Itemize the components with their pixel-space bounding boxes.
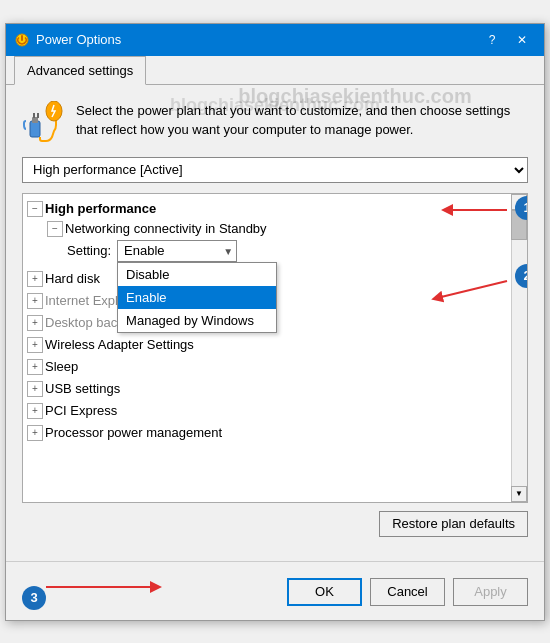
content-area: blogchiasekienthuc.com Select the power … [6,85,544,553]
arrow-3 [46,572,166,602]
cancel-button[interactable]: Cancel [370,578,445,606]
tree-item-high-performance: − High performance − Networking connecti… [23,198,511,268]
setting-label: Setting: [67,243,111,258]
tab-advanced-settings[interactable]: Advanced settings [14,56,146,85]
setting-row-networking: Setting: Enable ▼ Disable En [43,238,511,264]
description-text: Select the power plan that you want to c… [76,101,528,140]
power-plug-icon [22,101,64,143]
restore-plan-defaults-button[interactable]: Restore plan defaults [379,511,528,537]
expand-icon-internet-explo[interactable]: + [27,293,43,309]
plan-dropdown[interactable]: High performance [Active] [22,157,528,183]
tree-row-pci[interactable]: + PCI Express [23,402,511,420]
tab-bar: Advanced settings [6,56,544,85]
tree-label-processor: Processor power management [45,425,222,440]
expand-icon-desktop-bg[interactable]: + [27,315,43,331]
plan-dropdown-wrapper: High performance [Active] [22,157,528,183]
title-bar-left: Power Options [14,32,121,48]
window-title: Power Options [36,32,121,47]
tree-item-processor: + Processor power management [23,422,511,444]
title-bar-controls: ? ✕ [478,30,536,50]
tree-content: − High performance − Networking connecti… [23,194,527,502]
tree-row-sleep[interactable]: + Sleep [23,358,511,376]
svg-rect-1 [30,121,40,137]
tree-row-processor[interactable]: + Processor power management [23,424,511,442]
setting-dropdown[interactable]: Enable [117,240,237,262]
expand-icon-processor[interactable]: + [27,425,43,441]
annotation-3: 3 [22,586,46,610]
tree-item-usb: + USB settings [23,378,511,400]
tree-label-high-performance: High performance [45,201,156,216]
ok-button[interactable]: OK [287,578,362,606]
expand-icon-pci[interactable]: + [27,403,43,419]
tree-row-usb[interactable]: + USB settings [23,380,511,398]
tree-item-wireless: + Wireless Adapter Settings [23,334,511,356]
tree-item-sleep: + Sleep [23,356,511,378]
tree-children-networking: − Networking connectivity in Standby Set… [23,218,511,266]
setting-dropdown-popup: Disable Enable Managed by Windows [117,262,277,333]
expand-icon-networking[interactable]: − [47,221,63,237]
tree-row-networking[interactable]: − Networking connectivity in Standby [43,220,511,238]
description-section: Select the power plan that you want to c… [22,101,528,143]
dropdown-option-managed[interactable]: Managed by Windows [118,309,276,332]
expand-icon-high-performance[interactable]: − [27,201,43,217]
tree-row-high-performance[interactable]: − High performance [23,200,511,218]
power-options-dialog: Power Options ? ✕ Advanced settings blog… [5,23,545,621]
settings-tree-container: − High performance − Networking connecti… [22,193,528,503]
close-button[interactable]: ✕ [508,30,536,50]
help-button[interactable]: ? [478,30,506,50]
tree-label-hard-disk: Hard disk [45,271,100,286]
dropdown-option-disable[interactable]: Disable [118,263,276,286]
expand-icon-hard-disk[interactable]: + [27,271,43,287]
power-title-icon [14,32,30,48]
divider [6,561,544,562]
tree-label-wireless: Wireless Adapter Settings [45,337,194,352]
restore-section: Restore plan defaults [22,511,528,537]
scrollbar-track: ▲ ▼ [511,194,527,502]
bottom-buttons: 3 OK Cancel Apply [6,570,544,620]
title-bar: Power Options ? ✕ [6,24,544,56]
expand-icon-usb[interactable]: + [27,381,43,397]
tree-item-pci: + PCI Express [23,400,511,422]
svg-rect-3 [33,113,35,118]
tree-row-wireless[interactable]: + Wireless Adapter Settings [23,336,511,354]
dropdown-option-enable[interactable]: Enable [118,286,276,309]
expand-icon-sleep[interactable]: + [27,359,43,375]
apply-button[interactable]: Apply [453,578,528,606]
tree-label-usb: USB settings [45,381,120,396]
tree-label-pci: PCI Express [45,403,117,418]
scroll-down-button[interactable]: ▼ [511,486,527,502]
tree-item-networking: − Networking connectivity in Standby Set… [43,218,511,266]
tree-label-sleep: Sleep [45,359,78,374]
svg-rect-4 [37,113,39,118]
setting-dropdown-wrapper: Enable ▼ Disable Enable Managed by Windo… [117,240,237,262]
expand-icon-wireless[interactable]: + [27,337,43,353]
tree-label-networking: Networking connectivity in Standby [65,221,267,236]
